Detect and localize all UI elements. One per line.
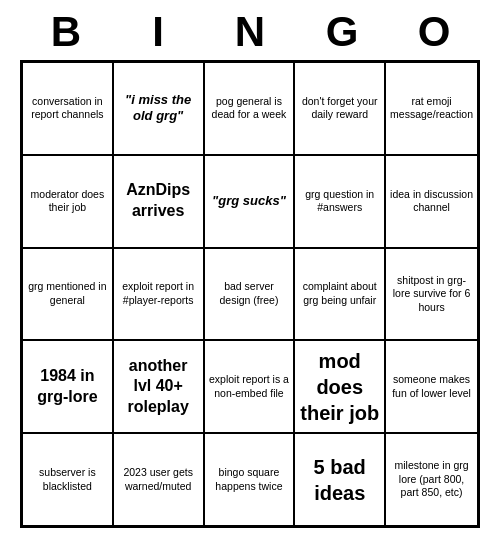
bingo-cell-2: pog general is dead for a week bbox=[204, 62, 295, 155]
bingo-cell-12: bad server design (free) bbox=[204, 248, 295, 341]
bingo-cell-13: complaint about grg being unfair bbox=[294, 248, 385, 341]
bingo-cell-17: exploit report is a non-embed file bbox=[204, 340, 295, 433]
bingo-cell-15: 1984 in grg-lore bbox=[22, 340, 113, 433]
title-letter-o: O bbox=[412, 8, 456, 56]
bingo-cell-1: "i miss the old grg" bbox=[113, 62, 204, 155]
bingo-cell-7: "grg sucks" bbox=[204, 155, 295, 248]
bingo-cell-0: conversation in report channels bbox=[22, 62, 113, 155]
bingo-cell-9: idea in discussion channel bbox=[385, 155, 478, 248]
bingo-cell-8: grg question in #answers bbox=[294, 155, 385, 248]
bingo-cell-5: moderator does their job bbox=[22, 155, 113, 248]
title-letter-n: N bbox=[228, 8, 272, 56]
bingo-cell-23: 5 bad ideas bbox=[294, 433, 385, 526]
bingo-grid: conversation in report channels"i miss t… bbox=[20, 60, 480, 528]
bingo-cell-19: someone makes fun of lower level bbox=[385, 340, 478, 433]
bingo-cell-18: mod does their job bbox=[294, 340, 385, 433]
bingo-cell-10: grg mentioned in general bbox=[22, 248, 113, 341]
bingo-cell-6: AznDips arrives bbox=[113, 155, 204, 248]
title-letter-g: G bbox=[320, 8, 364, 56]
bingo-cell-20: subserver is blacklisted bbox=[22, 433, 113, 526]
bingo-cell-3: don't forget your daily reward bbox=[294, 62, 385, 155]
bingo-cell-14: shitpost in grg-lore survive for 6 hours bbox=[385, 248, 478, 341]
bingo-cell-11: exploit report in #player-reports bbox=[113, 248, 204, 341]
title-letter-i: I bbox=[136, 8, 180, 56]
bingo-cell-22: bingo square happens twice bbox=[204, 433, 295, 526]
title-letter-b: B bbox=[44, 8, 88, 56]
bingo-cell-16: another lvl 40+ roleplay bbox=[113, 340, 204, 433]
bingo-cell-24: milestone in grg lore (part 800, part 85… bbox=[385, 433, 478, 526]
bingo-title: BINGO bbox=[20, 0, 480, 60]
bingo-cell-21: 2023 user gets warned/muted bbox=[113, 433, 204, 526]
bingo-cell-4: rat emoji message/reaction bbox=[385, 62, 478, 155]
